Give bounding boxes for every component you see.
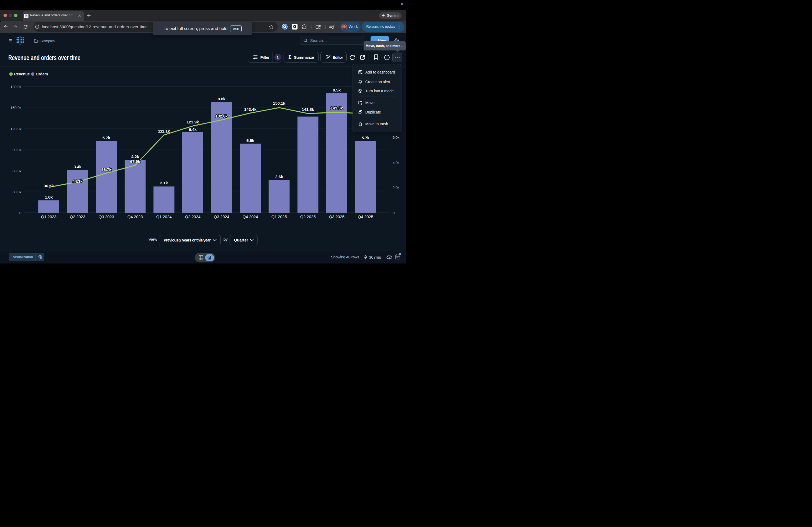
svg-text:56.7k: 56.7k — [101, 167, 112, 172]
svg-text:2.6k: 2.6k — [275, 175, 283, 179]
svg-text:180.0k: 180.0k — [11, 85, 21, 89]
svg-text:5.7k: 5.7k — [102, 136, 110, 140]
svg-text:5.5k: 5.5k — [246, 138, 255, 143]
svg-text:36.5k: 36.5k — [44, 183, 54, 188]
svg-text:60.0k: 60.0k — [12, 169, 21, 173]
svg-text:Q4 2025: Q4 2025 — [358, 214, 373, 219]
svg-text:111.1k: 111.1k — [158, 129, 170, 133]
svg-text:Q2 2025: Q2 2025 — [300, 214, 316, 219]
svg-text:Q3 2025: Q3 2025 — [329, 214, 345, 219]
svg-text:123.9k: 123.9k — [187, 120, 199, 124]
svg-text:90.0k: 90.0k — [12, 148, 21, 152]
svg-text:Q2 2024: Q2 2024 — [185, 214, 201, 219]
svg-text:120.0k: 120.0k — [11, 127, 21, 131]
svg-text:5.7k: 5.7k — [362, 136, 370, 140]
svg-text:Q4 2024: Q4 2024 — [243, 214, 258, 219]
svg-text:4.0k: 4.0k — [393, 161, 400, 165]
svg-text:142.4k: 142.4k — [244, 107, 257, 111]
svg-text:1.0k: 1.0k — [45, 195, 53, 199]
svg-text:67.9k: 67.9k — [130, 159, 140, 164]
svg-text:30.0k: 30.0k — [12, 190, 21, 194]
svg-text:143.3k: 143.3k — [331, 106, 343, 110]
svg-text:150.0k: 150.0k — [11, 106, 21, 110]
svg-text:Q3 2023: Q3 2023 — [99, 214, 114, 219]
svg-text:3.4k: 3.4k — [74, 165, 82, 169]
svg-text:4.2k: 4.2k — [131, 154, 139, 159]
svg-text:Q1 2023: Q1 2023 — [41, 214, 57, 219]
svg-text:Revenue: Revenue — [14, 72, 30, 76]
svg-text:0: 0 — [19, 211, 21, 215]
svg-text:132.6k: 132.6k — [215, 114, 228, 118]
svg-text:Q3 2024: Q3 2024 — [214, 214, 229, 219]
svg-text:Q1 2025: Q1 2025 — [272, 214, 287, 219]
svg-text:6.0k: 6.0k — [393, 136, 400, 139]
svg-text:44.3k: 44.3k — [73, 179, 83, 183]
svg-text:8.8k: 8.8k — [218, 96, 226, 101]
svg-text:Q1 2024: Q1 2024 — [156, 214, 172, 219]
svg-text:2.0k: 2.0k — [393, 186, 400, 190]
svg-text:0: 0 — [393, 211, 395, 215]
svg-text:2.1k: 2.1k — [160, 181, 168, 185]
svg-text:6.4k: 6.4k — [189, 127, 197, 132]
svg-text:141.8k: 141.8k — [302, 107, 315, 111]
svg-text:Q4 2023: Q4 2023 — [127, 214, 143, 219]
svg-text:9.5k: 9.5k — [333, 88, 341, 92]
svg-text:Orders: Orders — [36, 72, 48, 76]
svg-text:150.1k: 150.1k — [273, 101, 286, 105]
svg-text:Q2 2023: Q2 2023 — [70, 214, 85, 219]
